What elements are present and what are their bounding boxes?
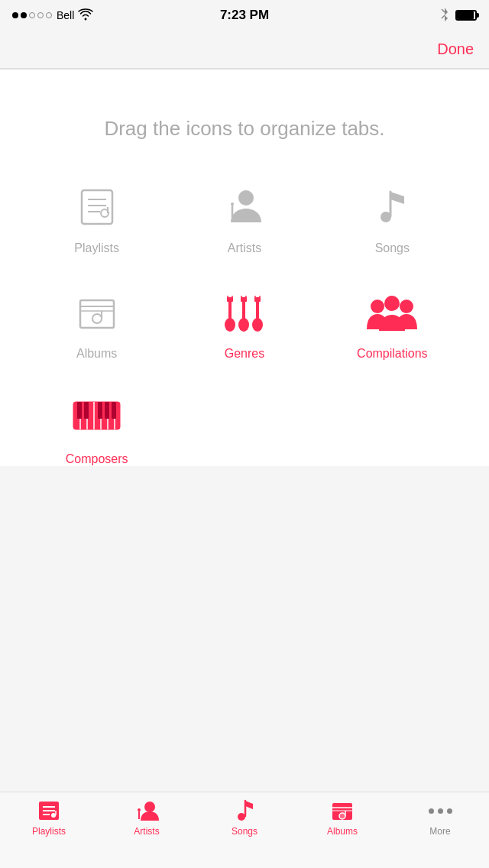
albums-label: Albums [76,347,117,361]
svg-rect-45 [112,402,116,419]
composers-label: Composers [66,452,128,466]
carrier-label: Bell [57,9,74,21]
svg-point-13 [92,314,102,323]
albums-icon-wrapper [70,286,124,339]
status-right [440,8,477,24]
composers-icon-wrapper [70,391,124,445]
signal-strength [12,12,52,18]
svg-point-32 [384,296,400,311]
tab-songs[interactable]: Songs [196,798,293,837]
tab-songs-icon [232,798,257,823]
grid-item-playlists[interactable]: Playlists [23,180,170,255]
status-bar: Bell 7:23 PM [0,0,489,31]
compilations-icon-wrapper [365,286,419,339]
grid-item-compilations[interactable]: Compilations [319,286,466,361]
signal-dot-4 [37,12,44,18]
more-dots [429,798,452,823]
more-dot-1 [429,808,434,814]
compilations-label: Compilations [357,347,427,361]
icons-grid: Playlists Artists [0,180,489,466]
bluetooth-icon [440,8,449,24]
tab-artists-label: Artists [134,826,159,837]
tab-more-icon [428,798,452,823]
grid-item-artists[interactable]: Artists [170,180,318,255]
songs-label: Songs [375,241,410,255]
tab-more[interactable]: More [391,798,489,837]
svg-point-54 [138,808,141,811]
svg-point-50 [51,813,56,818]
signal-dot-1 [12,12,18,18]
svg-point-31 [400,300,413,313]
tab-artists-icon [134,798,159,823]
tab-playlists-icon [37,798,61,823]
svg-rect-43 [98,402,102,419]
grid-item-albums[interactable]: Albums [23,286,170,361]
svg-point-52 [144,802,155,812]
svg-rect-16 [228,300,232,323]
genres-icon-wrapper [218,286,271,339]
signal-dot-5 [46,12,52,18]
svg-point-55 [238,813,245,821]
tab-playlists[interactable]: Playlists [0,798,98,837]
tab-artists[interactable]: Artists [98,798,196,837]
svg-rect-21 [242,300,245,323]
svg-rect-42 [84,402,89,419]
header: Done [0,31,489,69]
signal-dot-3 [29,12,35,18]
svg-rect-44 [105,402,109,419]
songs-icon-wrapper [365,180,419,234]
grid-item-songs[interactable]: Songs [319,180,466,255]
battery-fill [457,11,474,19]
more-dot-2 [438,808,443,814]
wifi-icon [79,9,92,22]
tab-albums-label: Albums [327,826,358,837]
instruction-text: Drag the icons to organize tabs. [0,70,489,180]
tab-albums[interactable]: Albums [293,798,391,837]
grid-item-composers[interactable]: Composers [23,391,170,466]
playlists-label: Playlists [74,241,119,255]
tab-albums-icon [330,798,355,823]
svg-point-8 [231,202,234,206]
status-time: 7:23 PM [220,8,269,23]
svg-point-9 [381,212,391,222]
svg-rect-41 [77,402,82,419]
svg-point-6 [238,190,254,206]
svg-point-30 [371,300,384,313]
status-left: Bell [12,9,92,22]
main-content: Drag the icons to organize tabs. Playlis… [0,69,489,466]
tab-more-label: More [429,826,450,837]
playlists-icon-wrapper [70,180,124,234]
grid-item-genres[interactable]: Genres [170,286,318,361]
tab-bar: Playlists Artists Songs [0,792,489,868]
artists-icon-wrapper [218,180,271,234]
signal-dot-2 [21,12,27,18]
genres-label: Genres [225,347,264,361]
more-dot-3 [447,808,452,814]
svg-rect-26 [256,300,259,323]
tab-playlists-label: Playlists [32,826,66,837]
done-button[interactable]: Done [437,40,474,58]
tab-songs-label: Songs [232,826,257,837]
artists-label: Artists [228,241,261,255]
battery-indicator [455,10,477,21]
